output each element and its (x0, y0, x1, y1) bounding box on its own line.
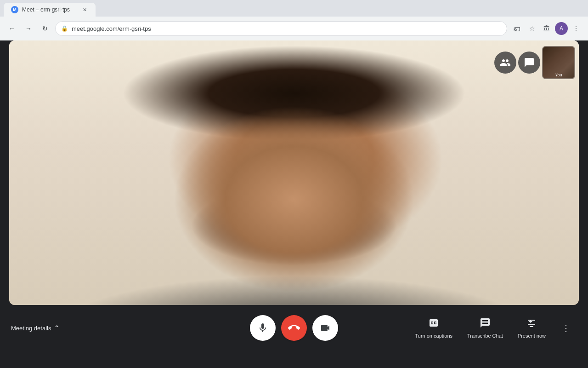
chat-button[interactable] (518, 52, 540, 74)
top-controls: You (494, 46, 575, 79)
toolbar-actions: ☆ A ⋮ (511, 22, 582, 35)
bottom-control-bar: Meeting details ⌃ (0, 305, 588, 351)
active-tab[interactable]: M Meet – erm-gsri-tps ✕ (4, 3, 96, 17)
meeting-details-button[interactable]: Meeting details ⌃ (11, 324, 60, 333)
chevron-up-icon: ⌃ (54, 324, 60, 333)
google-apps-icon[interactable] (540, 22, 553, 35)
meet-container: You Meeting details ⌃ (0, 40, 588, 368)
address-bar[interactable]: 🔒 meet.google.com/erm-gsri-tps (55, 21, 507, 36)
video-area: You Meeting details ⌃ (0, 40, 588, 368)
right-controls: Turn on captions Transcribe Chat Present… (409, 314, 577, 342)
profile-avatar[interactable]: A (555, 22, 568, 35)
browser-chrome: M Meet – erm-gsri-tps ✕ ← → ↻ 🔒 meet.goo… (0, 0, 588, 40)
center-controls (250, 315, 338, 341)
captions-icon (428, 317, 439, 331)
transcribe-label: Transcribe Chat (467, 333, 503, 339)
browser-toolbar: ← → ↻ 🔒 meet.google.com/erm-gsri-tps ☆ A… (0, 17, 588, 40)
meeting-details-label: Meeting details (11, 325, 51, 332)
reload-button[interactable]: ↻ (39, 22, 51, 35)
more-options-button[interactable]: ⋮ (555, 317, 577, 339)
participants-button[interactable] (494, 52, 516, 74)
transcribe-button[interactable]: Transcribe Chat (462, 314, 509, 342)
video-background (9, 40, 579, 305)
present-label: Present now (518, 333, 546, 339)
back-button[interactable]: ← (6, 22, 18, 35)
self-view-label: You (543, 73, 574, 77)
lock-icon: 🔒 (61, 25, 68, 32)
forward-button[interactable]: → (22, 22, 35, 35)
person-video (9, 40, 579, 305)
tab-title: Meet – erm-gsri-tps (22, 6, 70, 13)
url-text: meet.google.com/erm-gsri-tps (72, 25, 501, 32)
camera-button[interactable] (312, 315, 338, 341)
chrome-menu-icon[interactable]: ⋮ (570, 22, 582, 35)
present-now-button[interactable]: Present now (512, 314, 551, 342)
cast-icon[interactable] (511, 22, 524, 35)
main-video: You (9, 40, 579, 305)
browser-tabs: M Meet – erm-gsri-tps ✕ (0, 0, 588, 17)
captions-button[interactable]: Turn on captions (409, 314, 458, 342)
microphone-button[interactable] (250, 315, 276, 341)
self-view-thumbnail[interactable]: You (542, 46, 575, 79)
tab-close-button[interactable]: ✕ (81, 6, 88, 13)
tab-favicon: M (11, 6, 18, 13)
end-call-button[interactable] (281, 315, 307, 341)
bookmark-icon[interactable]: ☆ (526, 22, 538, 35)
transcribe-icon (480, 317, 491, 331)
present-icon (526, 317, 537, 331)
captions-label: Turn on captions (415, 333, 452, 339)
